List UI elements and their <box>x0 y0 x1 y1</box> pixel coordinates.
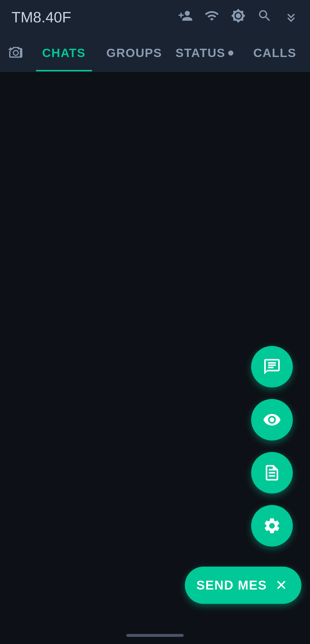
camera-button[interactable] <box>0 45 29 61</box>
status-bar: TM8.40F <box>0 0 310 34</box>
search-icon[interactable] <box>257 8 272 26</box>
wifi-icon <box>204 8 219 26</box>
message-fab-button[interactable] <box>251 346 293 387</box>
tab-calls[interactable]: CALLS <box>240 34 310 71</box>
bottom-nav-bar <box>0 627 310 644</box>
add-user-icon <box>178 8 193 26</box>
tab-chats[interactable]: CHATS <box>29 34 99 71</box>
send-message-button[interactable]: SEND MES ✕ <box>185 567 301 604</box>
send-message-label: SEND MES <box>196 578 267 592</box>
status-icons-container <box>178 8 299 26</box>
document-fab-button[interactable] <box>251 452 293 494</box>
nav-indicator <box>126 634 184 637</box>
overflow-icon[interactable] <box>284 8 299 26</box>
tab-bar: CHATS GROUPS STATUS CALLS <box>0 34 310 72</box>
settings-fab-button[interactable] <box>251 505 293 547</box>
status-notification-dot <box>228 50 233 56</box>
fab-container <box>251 346 293 547</box>
tabs-container: CHATS GROUPS STATUS CALLS <box>29 34 310 71</box>
brightness-icon <box>231 8 246 26</box>
tab-groups[interactable]: GROUPS <box>99 34 169 71</box>
close-icon: ✕ <box>275 578 287 592</box>
close-send-button[interactable]: ✕ <box>273 577 290 594</box>
status-bar-time: TM8.40F <box>11 9 178 26</box>
eye-fab-button[interactable] <box>251 399 293 441</box>
main-content: SEND MES ✕ <box>0 72 310 627</box>
tab-status[interactable]: STATUS <box>169 34 240 71</box>
